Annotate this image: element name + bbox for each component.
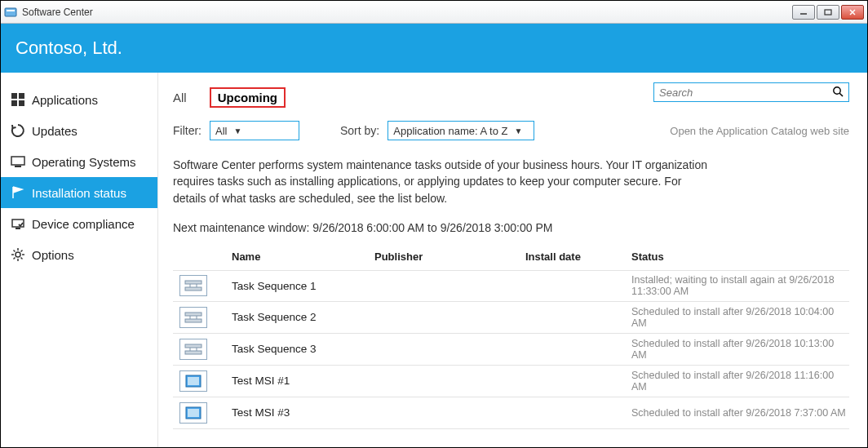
company-banner: Contoso, Ltd.	[1, 24, 867, 73]
table-row[interactable]: Test MSI #3Scheduled to install after 9/…	[173, 397, 849, 429]
svg-rect-30	[185, 351, 202, 354]
msi-package-icon	[179, 402, 207, 424]
svg-rect-26	[185, 287, 202, 291]
cell-status: Installed; waiting to install again at 9…	[631, 274, 849, 297]
svg-point-14	[16, 252, 20, 257]
table-row[interactable]: Task Sequence 1Installed; waiting to ins…	[173, 270, 849, 302]
filter-label: Filter:	[173, 124, 202, 137]
col-publisher[interactable]: Publisher	[374, 251, 525, 263]
sidebar-item-updates[interactable]: Updates	[1, 115, 157, 146]
updates-icon	[11, 123, 25, 138]
window-controls	[790, 5, 864, 20]
sort-label: Sort by:	[340, 124, 379, 137]
close-button[interactable]	[841, 5, 864, 20]
table-body: Task Sequence 1Installed; waiting to ins…	[173, 270, 849, 429]
svg-rect-11	[15, 166, 21, 167]
filter-row: Filter: All ▼ Sort by: Application name:…	[173, 121, 849, 140]
description-text: Software Center performs system maintena…	[173, 157, 711, 206]
sidebar-item-label: Device compliance	[32, 217, 135, 231]
sort-combo[interactable]: Application name: A to Z ▼	[388, 121, 534, 140]
tab-upcoming[interactable]: Upcoming	[210, 87, 286, 108]
svg-rect-6	[11, 93, 17, 99]
cell-name: Test MSI #1	[232, 375, 374, 387]
task-sequence-icon	[179, 275, 207, 296]
cell-status: Scheduled to install after 9/26/2018 7:3…	[631, 407, 849, 419]
apps-icon	[11, 92, 25, 107]
filter-combo[interactable]: All ▼	[210, 121, 299, 140]
content-area: Applications Updates Operating Systems I…	[1, 73, 867, 447]
svg-line-22	[14, 258, 16, 259]
svg-rect-34	[188, 409, 199, 417]
svg-rect-29	[185, 344, 202, 348]
svg-rect-0	[5, 8, 16, 16]
cell-name: Task Sequence 2	[232, 311, 374, 323]
cell-status: Scheduled to install after 9/26/2018 10:…	[631, 306, 849, 329]
titlebar: Software Center	[1, 1, 867, 24]
minimize-button[interactable]	[792, 5, 815, 20]
maximize-button[interactable]	[817, 5, 839, 20]
svg-rect-1	[7, 10, 15, 11]
search-icon[interactable]	[832, 86, 844, 100]
sidebar-item-options[interactable]: Options	[1, 239, 157, 270]
svg-rect-7	[19, 93, 24, 99]
sidebar-item-label: Options	[32, 248, 74, 262]
tab-all[interactable]: All	[173, 91, 187, 104]
chevron-down-icon: ▼	[514, 126, 522, 135]
cell-status: Scheduled to install after 9/26/2018 11:…	[631, 370, 849, 393]
svg-rect-9	[19, 100, 24, 106]
window-title: Software Center	[22, 7, 93, 18]
svg-rect-27	[185, 313, 202, 316]
search-input[interactable]	[659, 86, 832, 99]
col-name[interactable]: Name	[232, 251, 374, 263]
compliance-icon	[11, 216, 25, 231]
sidebar-item-os[interactable]: Operating Systems	[1, 146, 157, 177]
svg-rect-10	[11, 157, 24, 165]
search-box[interactable]	[653, 82, 849, 102]
cell-name: Test MSI #3	[232, 406, 374, 419]
sidebar-item-label: Installation status	[32, 186, 126, 200]
sort-value: Application name: A to Z	[393, 125, 507, 137]
table-header: Name Publisher Install date Status	[173, 246, 849, 270]
installation-table: Name Publisher Install date Status Task …	[173, 246, 849, 429]
cell-name: Task Sequence 3	[232, 343, 374, 355]
svg-line-24	[839, 93, 843, 96]
table-row[interactable]: Test MSI #1Scheduled to install after 9/…	[173, 366, 849, 397]
sidebar: Applications Updates Operating Systems I…	[1, 73, 158, 447]
svg-line-21	[21, 251, 23, 252]
app-icon	[4, 6, 17, 19]
sidebar-item-label: Applications	[32, 93, 98, 107]
col-install-date[interactable]: Install date	[525, 251, 631, 263]
flag-icon	[11, 185, 25, 200]
msi-package-icon	[179, 370, 207, 392]
chevron-down-icon: ▼	[233, 126, 241, 135]
main-panel: All Upcoming Filter: All ▼ Sort by: Appl…	[158, 73, 867, 447]
svg-line-20	[21, 258, 23, 259]
cell-name: Task Sequence 1	[232, 280, 374, 292]
gear-icon	[11, 247, 25, 262]
sidebar-item-applications[interactable]: Applications	[1, 84, 157, 115]
svg-rect-13	[16, 228, 20, 229]
catalog-link[interactable]: Open the Application Catalog web site	[670, 125, 849, 137]
maintenance-window-text: Next maintenance window: 9/26/2018 6:00:…	[173, 221, 849, 234]
svg-rect-32	[188, 377, 199, 385]
os-icon	[11, 154, 25, 169]
svg-rect-3	[825, 10, 831, 15]
task-sequence-icon	[179, 339, 207, 360]
svg-line-19	[14, 251, 16, 252]
sidebar-item-compliance[interactable]: Device compliance	[1, 208, 157, 239]
filter-value: All	[215, 125, 227, 137]
svg-rect-28	[185, 319, 202, 322]
cell-status: Scheduled to install after 9/26/2018 10:…	[631, 338, 849, 361]
company-name: Contoso, Ltd.	[16, 38, 122, 59]
table-row[interactable]: Task Sequence 3Scheduled to install afte…	[173, 334, 849, 366]
svg-point-23	[834, 86, 840, 93]
table-row[interactable]: Task Sequence 2Scheduled to install afte…	[173, 302, 849, 334]
sidebar-item-label: Updates	[32, 124, 78, 138]
sidebar-item-installation-status[interactable]: Installation status	[1, 177, 157, 208]
svg-rect-25	[185, 281, 202, 284]
software-center-window: Software Center Contoso, Ltd. Applicatio…	[0, 0, 868, 448]
col-status[interactable]: Status	[631, 251, 849, 263]
svg-rect-8	[11, 100, 17, 106]
task-sequence-icon	[179, 307, 207, 328]
sidebar-item-label: Operating Systems	[32, 155, 136, 169]
